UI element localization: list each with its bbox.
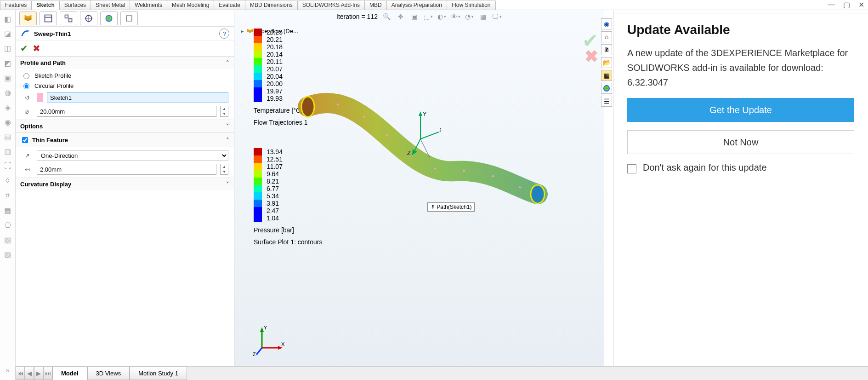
tab-sketch[interactable]: Sketch	[31, 0, 59, 10]
rail-icon[interactable]: ⛶	[3, 161, 13, 171]
tp-home-icon[interactable]: ⌂	[601, 31, 612, 42]
tab-nav-prev[interactable]: ◀	[25, 367, 34, 380]
rail-icon[interactable]: ▤	[3, 132, 13, 142]
rail-icon[interactable]: ◉	[3, 117, 13, 127]
legend2-title: Pressure [bar]	[254, 226, 322, 234]
svg-rect-8	[126, 16, 132, 21]
rail-icon[interactable]: ◍	[3, 87, 13, 98]
tp-view-palette-icon[interactable]: ▦	[601, 70, 612, 81]
chevron-down-icon: ˅	[226, 123, 229, 130]
radio-sketch-profile[interactable]	[23, 73, 29, 79]
path-color-icon	[37, 93, 43, 102]
spinner[interactable]: ▲▼	[220, 106, 228, 117]
tab-weldments[interactable]: Weldments	[130, 0, 167, 10]
group-thin-feature[interactable]: Thin Feature ˄	[16, 133, 234, 147]
pm-header: Sweep-Thin1 ?	[16, 27, 234, 41]
maximize-icon[interactable]: ▢	[843, 0, 850, 9]
hud-hide-show[interactable]: 👁	[451, 12, 460, 21]
dont-ask-checkbox[interactable]	[627, 164, 636, 173]
thickness-input[interactable]	[37, 164, 216, 175]
path-selection-box[interactable]	[47, 92, 228, 103]
svg-point-10	[531, 185, 545, 203]
close-icon[interactable]: ✕	[858, 0, 864, 9]
tab-nav-first[interactable]: ⏮	[16, 367, 25, 380]
rail-icon[interactable]: ▦	[3, 205, 13, 215]
tab-flow-simulation[interactable]: Flow Simulation	[447, 0, 496, 10]
rail-icon[interactable]: ◈	[3, 102, 13, 112]
minimize-icon[interactable]: —	[828, 0, 835, 9]
pm-tab-other[interactable]	[120, 12, 138, 25]
tab-features[interactable]: Features	[0, 0, 32, 10]
chevron-up-icon: ˄	[226, 59, 229, 66]
tp-appearances-icon[interactable]	[601, 83, 612, 94]
spinner[interactable]: ▲▼	[220, 164, 228, 175]
help-icon[interactable]: ?	[219, 29, 229, 39]
tree-expand-icon[interactable]: ▸	[241, 28, 244, 35]
pm-tab-property[interactable]	[40, 12, 57, 25]
rail-expand-icon[interactable]: »	[3, 365, 13, 375]
tp-resources-icon[interactable]: ◉	[601, 18, 612, 29]
rail-icon[interactable]: ▨	[3, 249, 13, 259]
diameter-icon: ⌀	[21, 108, 33, 115]
tp-library-icon[interactable]: 🗎	[601, 44, 612, 55]
hud-render[interactable]: 🖵	[493, 12, 502, 21]
hud-appearance[interactable]: ◔	[465, 12, 474, 21]
group-options[interactable]: Options˅	[16, 120, 234, 132]
rail-icon[interactable]: ⌗	[3, 190, 13, 201]
bottom-tab-model[interactable]: Model	[52, 367, 87, 380]
tab-analysis-preparation[interactable]: Analysis Preparation	[386, 0, 447, 10]
rail-icon[interactable]: ▥	[3, 146, 13, 156]
hud-zoom-icon[interactable]: 🔍	[382, 12, 391, 21]
thin-direction-select[interactable]: One-Direction	[37, 150, 228, 161]
svg-line-24	[256, 348, 262, 355]
hud-view-orientation[interactable]: ⬚	[424, 12, 433, 21]
view-triad[interactable]: X Y Z	[253, 325, 285, 357]
hud-display-style[interactable]: ◐	[437, 12, 447, 21]
tp-file-explorer-icon[interactable]: 📂	[601, 57, 612, 68]
bottom-tab-motion-study[interactable]: Motion Study 1	[130, 367, 187, 380]
hud-scene-icon[interactable]: ▦	[479, 12, 488, 21]
get-update-button[interactable]: Get the Update	[627, 98, 854, 122]
tab-nav-last[interactable]: ⏭	[43, 367, 52, 380]
command-manager-tabs: Features Sketch Surfaces Sheet Metal Wel…	[0, 0, 868, 10]
rail-icon[interactable]: ◊	[3, 176, 13, 186]
svg-text:X: X	[439, 127, 441, 133]
svg-point-28	[603, 85, 610, 92]
hud-pan-icon[interactable]: ✥	[396, 12, 405, 21]
svg-marker-21	[260, 327, 264, 332]
tab-mbd-dimensions[interactable]: MBD Dimensions	[245, 0, 298, 10]
thin-feature-checkbox[interactable]	[22, 137, 28, 143]
tab-mesh-modeling[interactable]: Mesh Modeling	[167, 0, 214, 10]
rail-icon[interactable]: ▣	[3, 73, 13, 83]
rail-icon[interactable]: ▧	[3, 235, 13, 245]
rail-icon[interactable]: ◫	[3, 43, 13, 53]
pm-tab-config[interactable]	[60, 12, 77, 25]
bottom-tab-3dviews[interactable]: 3D Views	[87, 367, 130, 380]
cancel-button[interactable]: ✖	[33, 43, 40, 54]
rail-icon[interactable]: ◪	[3, 29, 13, 39]
svg-line-19	[420, 139, 430, 157]
tab-surfaces[interactable]: Surfaces	[59, 0, 91, 10]
feature-name: Sweep-Thin1	[34, 30, 71, 37]
tab-nav-next[interactable]: ▶	[34, 367, 43, 380]
pm-tab-display[interactable]	[100, 12, 118, 25]
group-profile-path[interactable]: Profile and Path˄	[16, 57, 234, 69]
ok-button[interactable]: ✔	[20, 43, 28, 54]
tab-sheet-metal[interactable]: Sheet Metal	[91, 0, 130, 10]
rail-icon[interactable]: ◩	[3, 58, 13, 68]
pm-tab-dimxpert[interactable]	[80, 12, 97, 25]
rail-icon[interactable]: ◧	[3, 14, 13, 24]
not-now-button[interactable]: Not Now	[627, 130, 854, 154]
svg-text:Z: Z	[407, 150, 411, 156]
tab-mbd[interactable]: MBD	[364, 0, 387, 10]
tab-evaluate[interactable]: Evaluate	[214, 0, 245, 10]
pm-tab-feature-tree[interactable]	[19, 12, 37, 25]
tab-solidworks-addins[interactable]: SOLIDWORKS Add-Ins	[297, 0, 365, 10]
group-curvature-display[interactable]: Curvature Display˅	[16, 178, 234, 190]
hud-section-icon[interactable]: ▣	[410, 12, 419, 21]
tp-custom-icon[interactable]: ☰	[601, 96, 612, 107]
radio-circular-profile[interactable]	[23, 83, 29, 89]
rail-icon[interactable]: ⎔	[3, 220, 13, 230]
diameter-input[interactable]	[37, 106, 216, 117]
graphics-area[interactable]: Iteration = 112 🔍 ✥ ▣ ⬚ ◐ 👁 ◔ ▦ 🖵 ▸ Pipe…	[234, 10, 604, 366]
